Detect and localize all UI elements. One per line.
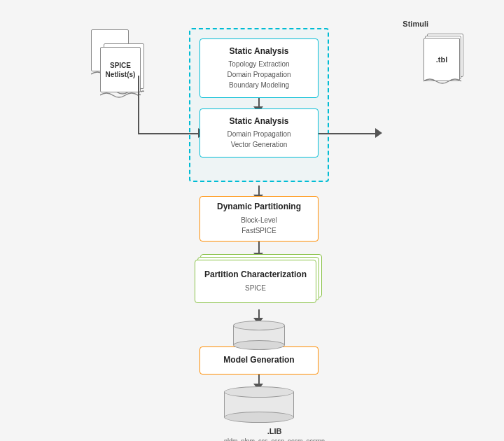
spice-label: SPICENetlist(s) bbox=[106, 61, 136, 79]
partition-front-box: Partition Characterization SPICE bbox=[195, 260, 316, 303]
lib-sublabel: nldm, nlpm, ccs, ccsn, ecsm, ecsmn bbox=[224, 437, 325, 441]
stimuli-label: Stimuli bbox=[402, 20, 428, 28]
left-connector-h bbox=[138, 133, 201, 134]
static1-title: Static Analysis bbox=[230, 46, 289, 57]
lib-label: .LIB bbox=[224, 427, 325, 435]
diagram-container: TCL SPICENetlist(s) Static Analysis Topo… bbox=[0, 0, 504, 441]
ldb-cyl-top bbox=[233, 321, 285, 330]
static2-subtitle: Domain PropagationVector Generation bbox=[227, 129, 290, 150]
lib-cyl-bottom bbox=[224, 412, 294, 423]
partition-title: Partition Characterization bbox=[204, 270, 307, 281]
partition-characterization-stack: Partition Characterization SPICE bbox=[195, 254, 323, 303]
dynamic-title: Dynamic Partitioning bbox=[217, 202, 301, 213]
static-analysis-1-box: Static Analysis Topology ExtractionDomai… bbox=[200, 38, 318, 98]
lib-cyl-top bbox=[224, 386, 294, 398]
static1-subtitle: Topology ExtractionDomain PropagationBou… bbox=[227, 59, 290, 90]
stimuli-doc-front: .tbl bbox=[424, 38, 460, 81]
model-generation-box: Model Generation bbox=[200, 346, 318, 374]
stimuli-wave-icon bbox=[424, 77, 465, 87]
partition-subtitle: SPICE bbox=[245, 283, 266, 293]
lib-label-area: .LIB nldm, nlpm, ccs, ccsn, ecsm, ecsmn bbox=[224, 427, 325, 441]
right-arrow-head-icon bbox=[375, 128, 382, 138]
model-to-lib-line bbox=[258, 374, 260, 384]
left-connector-v bbox=[138, 76, 139, 134]
lib-cylinder: .LIB nldm, nlpm, ccs, ccsn, ecsm, ecsmn bbox=[224, 386, 325, 441]
dynamic-partitioning-box: Dynamic Partitioning Block-LevelFastSPIC… bbox=[200, 196, 318, 241]
ldb-cyl-bottom bbox=[233, 340, 285, 350]
dynamic-subtitle: Block-LevelFastSPICE bbox=[241, 215, 277, 236]
static2-title: Static Analysis bbox=[230, 116, 289, 127]
tbl-label: .tbl bbox=[436, 55, 448, 64]
model-gen-title: Model Generation bbox=[223, 355, 294, 366]
static-analysis-2-box: Static Analysis Domain PropagationVector… bbox=[200, 108, 318, 158]
spice-document: SPICENetlist(s) bbox=[100, 47, 141, 99]
right-connector-h bbox=[318, 133, 378, 134]
